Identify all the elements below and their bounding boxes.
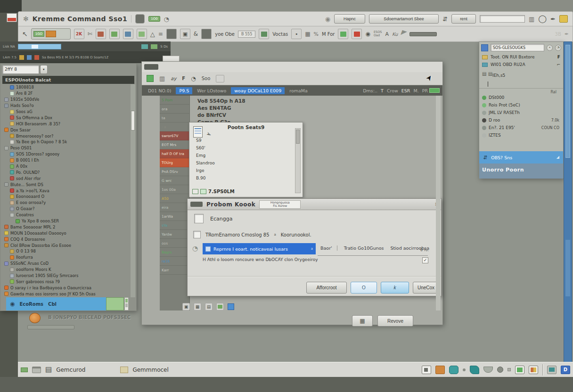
tree-item[interactable]: Ya Bee go h Oapoo ? 8 5k <box>2 139 131 145</box>
sidebar-row[interactable]: half D OF tra <box>160 149 189 158</box>
bar2-chip-3[interactable] <box>34 55 39 60</box>
paste-icon[interactable]: ▥ <box>529 16 534 22</box>
tree-item[interactable]: a.Ya >oo?L Xava <box>2 188 131 194</box>
dialog-button-o[interactable]: O <box>351 282 377 294</box>
photo-icon[interactable] <box>123 29 133 39</box>
ku-label[interactable]: Ku <box>392 32 398 37</box>
app-mode-icon[interactable] <box>135 14 145 24</box>
tree-item[interactable]: Sa Offemna a Dox <box>2 114 131 121</box>
titlebar-button-rent[interactable]: rent <box>451 14 476 24</box>
right-panel-row[interactable]: Rois Prot (5eC) <box>479 101 563 109</box>
window-stack-icon[interactable]: ▤ <box>45 366 52 373</box>
tree-item[interactable]: Bmeeroeeoy? oor? <box>2 133 131 139</box>
right-panel-row[interactable]: En?. 21 E95' COUN CO <box>479 124 563 131</box>
print-icon-button[interactable]: ▦ <box>352 315 373 327</box>
leaf-icon[interactable] <box>137 29 147 39</box>
tree-item[interactable]: SOS 1Doross? sgoooy <box>2 151 131 157</box>
tree-item[interactable]: O saray i r lea Badbayooa o Oaourcicraa <box>2 285 131 291</box>
sidebar-row[interactable]: A50 <box>160 194 189 203</box>
frame-icon[interactable] <box>201 29 212 39</box>
sidebar-row[interactable]: PnA DSrv <box>160 167 189 176</box>
paw-icon[interactable]: ◉ <box>325 16 330 22</box>
right-round-button-1[interactable]: • <box>547 45 553 51</box>
popup-list-item[interactable]: Slandroo <box>189 159 293 167</box>
titlebar-field[interactable] <box>480 15 525 23</box>
tray-flask-icon[interactable] <box>449 366 458 374</box>
sidebar-row[interactable]: sYa <box>160 221 189 230</box>
tree-scrollbar[interactable] <box>131 84 135 297</box>
center-titlebar[interactable] <box>142 62 442 72</box>
bottom-icon-3[interactable]: ▤ <box>205 303 213 310</box>
tree-item[interactable]: HOI Beraoarom .8 35? <box>2 121 131 127</box>
main-titlebar[interactable]: ✻ Kremme Command Sso1 1O0 ◔ ◉ Hapnc Sdoe… <box>18 11 573 26</box>
sidebar-row[interactable]: Karr <box>160 266 189 275</box>
revove-button[interactable]: Revove <box>377 315 413 327</box>
sidebar-row[interactable]: EOT Mrs <box>160 140 189 149</box>
bar1-chip-2[interactable] <box>151 44 157 49</box>
tree-item[interactable]: ooolforre Moors K <box>2 267 131 273</box>
tree-item[interactable]: Iuroersxt 1905 SIEGy Smrcaors <box>2 273 131 279</box>
tray-monitor-icon[interactable] <box>547 366 557 374</box>
dialog-col-1[interactable]: Baor' <box>320 245 337 251</box>
tree-item[interactable]: B 0001 I Eh <box>2 157 131 163</box>
tab-segment[interactable]: D01 NO.0) <box>145 87 174 94</box>
sidebar-row[interactable]: - a <box>160 122 189 131</box>
taskbar-task-2[interactable]: Gemmmocel <box>132 367 168 373</box>
kettle-icon[interactable]: • <box>291 29 302 39</box>
tree-scrollbar-thumb[interactable] <box>131 111 135 131</box>
tab-segment[interactable]: romaMa <box>286 87 311 94</box>
tree-item[interactable]: Blute... Somt DS <box>2 181 131 188</box>
right-row-1[interactable]: Toot. ON RUI Bsxtore F <box>479 53 563 61</box>
right-scroll-thumb-2[interactable] <box>565 240 570 296</box>
dark-slab-icon[interactable] <box>166 29 177 39</box>
mini-column-chip[interactable] <box>125 299 128 302</box>
tree-filter-combobox[interactable]: 2ffY 8 <box>2 65 39 74</box>
popup-list-item[interactable]: B.90 <box>189 174 293 182</box>
tab-segment[interactable]: Wer LOstowo <box>194 87 229 94</box>
framed-mini-icon[interactable] <box>216 75 224 82</box>
right-header-field[interactable]: SOS-GLESOUGKS <box>491 44 544 51</box>
sidebar-row[interactable]: ta <box>160 114 189 122</box>
framed-green-icon[interactable] <box>338 29 348 39</box>
right-panel-row[interactable]: DSt000 <box>479 94 563 101</box>
folder-icon[interactable] <box>559 15 568 23</box>
list-icon[interactable]: ≡ <box>158 31 163 37</box>
dialog-titlebar[interactable]: Probom Koook Hongnguosa Fis Asrow ⇕ <box>188 199 441 210</box>
right-panel-row[interactable]: JML LV RASETh <box>479 109 563 116</box>
sidebar-row[interactable]: TOUrg <box>160 158 189 167</box>
tree-item[interactable]: Soos aG <box>2 109 131 115</box>
taskbar-task-1[interactable]: Gemcurod <box>56 367 85 373</box>
less-equal-icon[interactable]: ✄ <box>88 31 92 37</box>
eraser-icon[interactable]: ◢ <box>400 30 407 38</box>
tree-item[interactable]: Hads Soo?o <box>2 103 131 109</box>
combo-drop-button[interactable]: ▴ <box>40 65 48 74</box>
sidebar-row[interactable]: 1arWa <box>160 212 189 221</box>
bar1-progress[interactable] <box>18 44 61 49</box>
desktop-shortcut-icon[interactable] <box>29 313 41 323</box>
sidebar-row[interactable]: Bagrs <box>160 248 189 257</box>
tree-item[interactable]: Are 8 2F <box>2 90 131 97</box>
bottom-icon-2[interactable]: ▦ <box>194 303 201 310</box>
layers-icon-2[interactable]: ▤ <box>488 72 492 76</box>
right-scroll-strip[interactable] <box>564 41 572 363</box>
tree-item[interactable]: SSSoNC Aruas CoD <box>2 261 131 267</box>
clock-icon[interactable]: ◔ <box>164 16 169 22</box>
sidebar-row[interactable]: 1os 00a <box>160 185 189 194</box>
select-cursor-icon[interactable]: ↖ <box>22 31 28 37</box>
image-icon[interactable] <box>109 29 120 39</box>
close-x-icon[interactable]: 2K <box>74 29 84 39</box>
percent-icon[interactable]: % <box>314 32 319 37</box>
green-tool-icon[interactable] <box>147 75 154 82</box>
taskbar-green-chip[interactable] <box>21 368 28 372</box>
tray-mini-icon[interactable] <box>508 368 511 371</box>
tree-item[interactable]: E ooo orrooa?y <box>2 200 131 206</box>
tray-app-d-icon[interactable]: D <box>561 366 570 374</box>
tray-bowl-icon[interactable] <box>483 367 493 373</box>
sidebar-row[interactable]: swror67V <box>160 131 189 140</box>
mini-column-chip-2[interactable] <box>125 303 128 307</box>
palette-button[interactable]: 1GO <box>31 28 71 40</box>
tree-item[interactable]: Peso OS01 <box>2 145 131 151</box>
dialog-button-unecox[interactable]: UneCox <box>413 282 439 294</box>
right-selected-row[interactable]: ⇵ OBS? Sns ◢ <box>479 151 563 163</box>
g-circle-icon[interactable]: ◔ <box>191 76 196 82</box>
